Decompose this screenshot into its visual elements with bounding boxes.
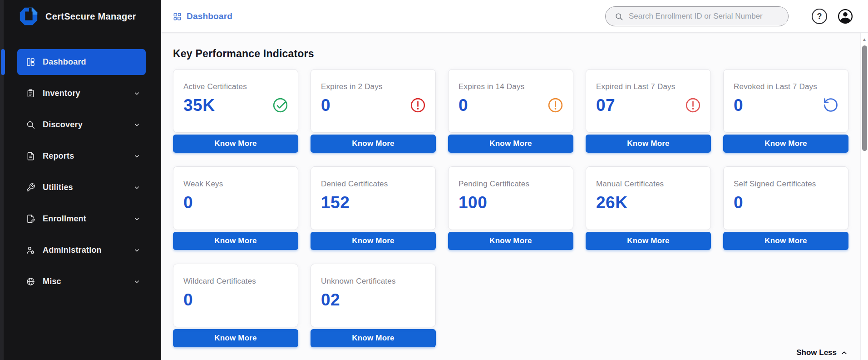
help-button[interactable]: ?	[812, 9, 827, 24]
kpi-card-unknown-certificates: Unknown Certificates 02 Know More	[311, 264, 436, 347]
kpi-card-body: Revoked in Last 7 Days 0	[723, 69, 848, 133]
know-more-button[interactable]: Know More	[173, 329, 298, 347]
file-pen-icon	[25, 214, 35, 224]
kpi-value: 02	[321, 290, 425, 310]
know-more-button[interactable]: Know More	[723, 135, 848, 153]
kpi-card-body: Unknown Certificates 02	[311, 264, 436, 327]
kpi-value: 0	[734, 193, 838, 212]
know-more-button[interactable]: Know More	[448, 135, 573, 153]
sidebar-item-dashboard[interactable]: Dashboard	[17, 49, 146, 75]
grid-icon	[173, 12, 182, 21]
kpi-card-revoked-last-7-days: Revoked in Last 7 Days 0 Know More	[723, 69, 848, 153]
magnifier-icon	[25, 120, 35, 130]
search-input[interactable]	[629, 12, 780, 21]
chevron-up-icon	[841, 350, 848, 356]
know-more-button[interactable]: Know More	[448, 232, 573, 250]
alert-circle-icon	[547, 97, 564, 114]
sidebar-item-enrollment[interactable]: Enrollment	[17, 206, 146, 232]
kpi-card-active-certificates: Active Certificates 35K Know More	[173, 69, 298, 153]
kpi-card-body: Wildcard Certificates 0	[173, 264, 298, 327]
know-more-button[interactable]: Know More	[311, 329, 436, 347]
alert-circle-icon	[409, 97, 426, 114]
breadcrumb[interactable]: Dashboard	[173, 0, 232, 33]
check-circle-icon	[272, 97, 289, 114]
sidebar-item-misc[interactable]: Misc	[17, 269, 146, 295]
kpi-value: 26K	[596, 193, 700, 212]
show-less-toggle[interactable]: Show Less	[796, 348, 848, 357]
kpi-card-body: Denied Certificates 152	[311, 166, 436, 230]
know-more-button[interactable]: Know More	[173, 135, 298, 153]
alert-circle-icon	[685, 97, 701, 114]
rotate-ccw-icon	[823, 97, 839, 113]
wrench-icon	[25, 183, 35, 192]
chevron-down-icon	[133, 153, 140, 160]
sidebar-item-label: Administration	[43, 245, 126, 255]
kpi-label: Expires in 2 Days	[321, 82, 425, 91]
sidebar-item-label: Enrollment	[43, 214, 126, 224]
sidebar: CertSecure Manager Dashboard Inventory	[0, 0, 161, 360]
sidebar-nav: Dashboard Inventory Discovery	[0, 33, 161, 295]
kpi-card-weak-keys: Weak Keys 0 Know More	[173, 166, 298, 250]
know-more-button[interactable]: Know More	[723, 232, 848, 250]
kpi-label: Revoked in Last 7 Days	[734, 82, 838, 91]
scroll-up-arrow[interactable]: ▲	[861, 37, 868, 42]
chevron-down-icon	[133, 90, 140, 97]
kpi-label: Denied Certificates	[321, 180, 425, 189]
kpi-card-body: Manual Certificates 26K	[586, 166, 711, 230]
sidebar-item-label: Misc	[43, 277, 126, 286]
kpi-grid: Active Certificates 35K Know More Expire…	[173, 69, 860, 347]
sidebar-item-label: Utilities	[43, 183, 126, 192]
kpi-card-body: Active Certificates 35K	[173, 69, 298, 133]
chevron-down-icon	[133, 121, 140, 128]
know-more-button[interactable]: Know More	[311, 135, 436, 153]
know-more-button[interactable]: Know More	[311, 232, 436, 250]
topbar: Dashboard ?	[161, 0, 868, 33]
scrollbar-thumb[interactable]	[862, 45, 867, 151]
dashboard-grid-icon	[25, 57, 35, 67]
kpi-card-body: Pending Certificates 100	[448, 166, 573, 230]
kpi-card-expires-2-days: Expires in 2 Days 0 Know More	[311, 69, 436, 153]
kpi-card-self-signed-certificates: Self Signed Certificates 0 Know More	[723, 166, 848, 250]
chevron-down-icon	[133, 215, 140, 222]
know-more-button[interactable]: Know More	[586, 232, 711, 250]
kpi-card-body: Self Signed Certificates 0	[723, 166, 848, 230]
know-more-button[interactable]: Know More	[586, 135, 711, 153]
sidebar-item-inventory[interactable]: Inventory	[17, 80, 146, 106]
sidebar-item-discovery[interactable]: Discovery	[17, 112, 146, 138]
kpi-label: Unknown Certificates	[321, 277, 425, 286]
breadcrumb-label: Dashboard	[187, 11, 232, 21]
search-icon	[615, 12, 623, 21]
sidebar-item-label: Discovery	[43, 120, 126, 130]
kpi-card-manual-certificates: Manual Certificates 26K Know More	[586, 166, 711, 250]
kpi-card-expires-14-days: Expires in 14 Days 0 Know More	[448, 69, 573, 153]
chevron-down-icon	[133, 184, 140, 191]
kpi-label: Expired in Last 7 Days	[596, 82, 700, 91]
sidebar-item-utilities[interactable]: Utilities	[17, 175, 146, 200]
globe-icon	[25, 277, 35, 286]
kpi-value: 0	[183, 290, 288, 310]
search-box[interactable]	[605, 6, 789, 26]
question-mark-icon: ?	[817, 12, 822, 21]
kpi-label: Active Certificates	[183, 82, 288, 91]
show-less-label: Show Less	[796, 348, 837, 357]
kpi-value: 0	[183, 193, 288, 212]
page-title: Key Performance Indicators	[173, 48, 860, 60]
sidebar-item-label: Dashboard	[43, 57, 141, 67]
kpi-label: Weak Keys	[183, 180, 288, 189]
app-title: CertSecure Manager	[45, 11, 136, 22]
kpi-label: Self Signed Certificates	[734, 180, 838, 189]
kpi-label: Wildcard Certificates	[183, 277, 288, 286]
kpi-card-pending-certificates: Pending Certificates 100 Know More	[448, 166, 573, 250]
sidebar-item-administration[interactable]: Administration	[17, 237, 146, 263]
kpi-card-body: Expires in 14 Days 0	[448, 69, 573, 133]
user-avatar-button[interactable]	[837, 8, 854, 25]
sidebar-item-reports[interactable]: Reports	[17, 143, 146, 169]
sidebar-item-label: Inventory	[43, 89, 126, 98]
kpi-card-expired-last-7-days: Expired in Last 7 Days 07 Know More	[586, 69, 711, 153]
know-more-button[interactable]: Know More	[173, 232, 298, 250]
vertical-scrollbar: ▲	[860, 33, 868, 360]
kpi-value: 152	[321, 193, 425, 212]
brand: CertSecure Manager	[0, 0, 161, 33]
chevron-down-icon	[133, 247, 140, 254]
sidebar-item-label: Reports	[43, 151, 126, 161]
